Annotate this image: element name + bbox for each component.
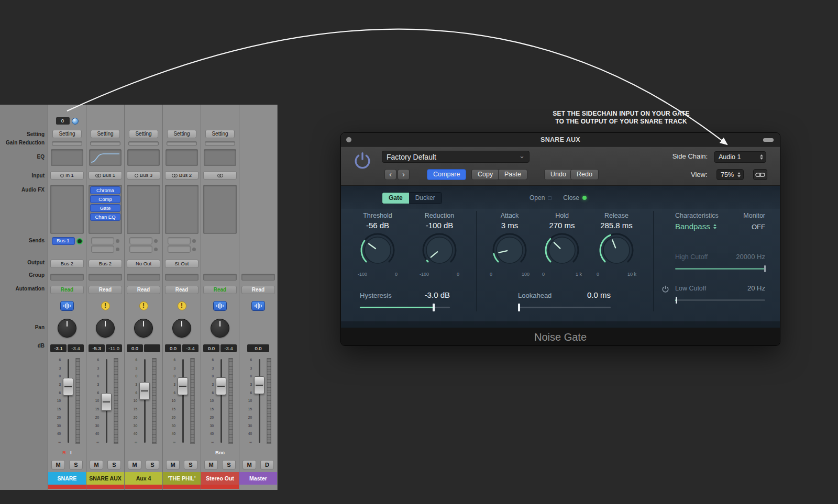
knob-dial[interactable] (534, 231, 590, 271)
solo-button[interactable]: S (184, 460, 197, 469)
group-slot[interactable] (127, 274, 160, 281)
eq-display[interactable] (51, 149, 83, 166)
group-slot[interactable] (50, 274, 84, 281)
eq-display[interactable] (204, 149, 236, 166)
fx-slot-chan-eq[interactable]: Chan EQ (90, 213, 120, 221)
undo-button[interactable]: Undo (544, 169, 572, 180)
hysteresis-slider[interactable] (360, 307, 450, 308)
compare-button[interactable]: Compare (427, 169, 466, 180)
indicator-bnc[interactable]: Bnc (215, 450, 225, 455)
filter-power-icon[interactable] (661, 285, 669, 295)
send-slot[interactable] (91, 245, 114, 253)
setting-button[interactable]: Setting (129, 130, 158, 138)
redo-button[interactable]: Redo (570, 169, 599, 180)
send-slot[interactable] (168, 237, 191, 244)
fader-handle[interactable] (139, 382, 150, 400)
volume-readout[interactable]: 0.0 (247, 344, 269, 352)
preset-back-button[interactable]: ‹ (384, 169, 396, 180)
setting-button[interactable]: Setting (91, 130, 120, 138)
pan-knob[interactable] (172, 319, 191, 338)
input-slot[interactable]: Bus 1 (89, 171, 122, 180)
group-slot[interactable] (203, 274, 237, 281)
mute-button[interactable]: M (242, 460, 256, 469)
mute-button[interactable]: M (204, 460, 218, 469)
preset-forward-button[interactable]: › (398, 169, 410, 180)
pan-knob[interactable] (96, 319, 115, 338)
volume-readout[interactable]: -5.3 (89, 344, 105, 352)
record-indicator[interactable]: 0 (56, 117, 70, 125)
send-slot[interactable] (168, 245, 191, 253)
fx-slot-chroma[interactable]: Chroma (90, 186, 120, 194)
automation-mode-button[interactable]: Read (50, 286, 84, 294)
pan-knob[interactable] (58, 319, 76, 338)
tab-gate[interactable]: Gate (382, 193, 409, 204)
send-slot[interactable] (129, 237, 152, 244)
pan-knob[interactable] (134, 319, 153, 338)
input-slot[interactable]: In 1 (50, 171, 84, 180)
fader-handle[interactable] (178, 377, 188, 395)
input-slot[interactable]: Bus 3 (127, 171, 160, 180)
track-name-label[interactable]: Aux 4 (125, 472, 162, 485)
automation-mode-button[interactable]: Read (89, 286, 122, 294)
setting-button[interactable]: Setting (205, 130, 235, 138)
fader-handle[interactable] (254, 376, 264, 394)
volume-readout[interactable]: 0.0 (127, 344, 143, 352)
knob-dial[interactable] (411, 231, 468, 271)
monitor-toggle[interactable]: OFF (743, 223, 765, 231)
fx-slot-comp[interactable]: Comp (90, 195, 120, 203)
characteristics-select[interactable]: Bandpass (675, 222, 719, 231)
side-chain-select[interactable]: Audio 1 (714, 151, 766, 163)
indicator-i[interactable]: I (70, 450, 72, 455)
input-slot[interactable]: Bus 2 (165, 171, 199, 180)
track-name-label[interactable]: SNARE AUX (86, 472, 124, 485)
group-slot[interactable] (89, 274, 122, 281)
paste-button[interactable]: Paste (498, 169, 527, 180)
lookahead-slider[interactable] (518, 307, 611, 308)
solo-button[interactable]: S (69, 460, 83, 469)
plugin-bypass-button[interactable] (351, 150, 373, 172)
send-slot[interactable] (129, 245, 152, 253)
knob-dial[interactable] (349, 231, 406, 271)
send-slot[interactable] (91, 237, 114, 244)
indicator-r[interactable]: R (62, 450, 66, 455)
knob-dial[interactable] (588, 231, 645, 271)
send-slot[interactable]: Bus 1 (52, 237, 75, 245)
copy-button[interactable]: Copy (471, 169, 499, 180)
volume-readout[interactable]: 0.0 (203, 344, 219, 352)
automation-mode-button[interactable]: Read (165, 286, 199, 294)
track-name-label[interactable]: Master (239, 472, 277, 485)
track-name-label[interactable]: SNARE (48, 472, 86, 485)
window-close-button[interactable] (346, 137, 351, 142)
mute-button[interactable]: M (128, 460, 141, 469)
track-name-label[interactable]: Stereo Out (201, 472, 239, 485)
fx-slot-gate[interactable]: Gate (90, 204, 120, 212)
automation-mode-button[interactable]: Read (241, 286, 275, 294)
plugin-titlebar[interactable]: SNARE AUX (341, 133, 780, 147)
high-cutoff-slider[interactable] (675, 268, 765, 270)
eq-display[interactable] (127, 149, 160, 166)
low-cutoff-slider[interactable] (675, 299, 765, 301)
output-slot[interactable]: No Out (127, 260, 160, 268)
group-slot[interactable] (165, 274, 199, 281)
view-zoom-select[interactable]: 75% (716, 169, 744, 180)
fader-handle[interactable] (101, 393, 112, 411)
setting-button[interactable]: Setting (167, 130, 196, 138)
output-slot[interactable]: St Out (165, 260, 199, 268)
tab-ducker[interactable]: Ducker (409, 193, 442, 204)
input-monitor-icon[interactable] (72, 118, 79, 125)
fader-handle[interactable] (216, 377, 226, 395)
volume-readout[interactable]: -3.1 (50, 344, 67, 352)
automation-mode-button[interactable]: Read (127, 286, 160, 294)
pan-knob[interactable] (211, 319, 229, 338)
eq-display[interactable] (166, 149, 198, 166)
track-name-label[interactable]: 'THE PHIL' (163, 472, 201, 485)
solo-button[interactable]: S (222, 460, 236, 469)
send-level-knob[interactable] (76, 238, 83, 244)
output-slot[interactable]: Bus 2 (89, 260, 122, 268)
fader-handle[interactable] (63, 378, 73, 396)
solo-button[interactable]: S (107, 460, 121, 469)
mute-button[interactable]: M (90, 460, 103, 469)
window-resize-control[interactable] (763, 138, 774, 142)
link-icon[interactable] (753, 169, 767, 180)
solo-button[interactable]: S (146, 460, 159, 469)
